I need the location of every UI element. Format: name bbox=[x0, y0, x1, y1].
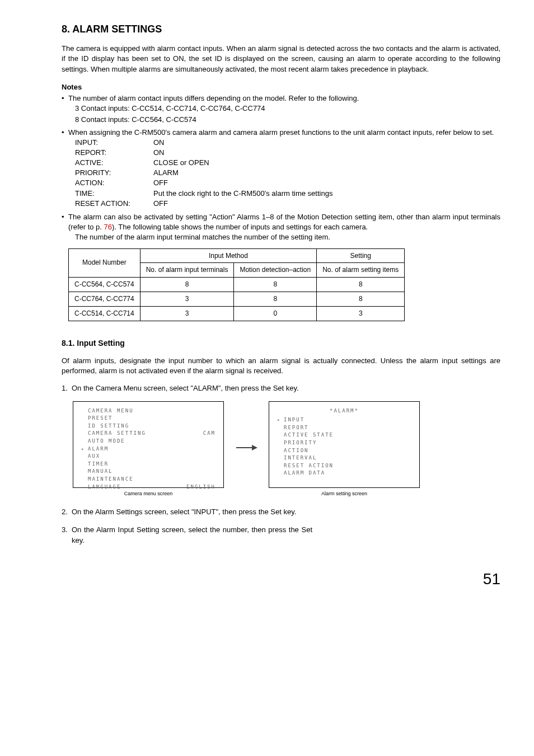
kv-val: ALARM bbox=[153, 168, 179, 178]
screen-caption: Alarm setting screen bbox=[321, 490, 367, 497]
menu-item: PRESET bbox=[88, 415, 113, 421]
kv-row: TIME:Put the clock right to the C-RM500'… bbox=[75, 189, 500, 199]
menu-item: MAINTENANCE bbox=[88, 476, 134, 482]
step-number: 3. bbox=[62, 525, 72, 545]
section-heading: 8.1. Input Setting bbox=[62, 338, 500, 349]
note-subline: The number of the alarm input terminal m… bbox=[75, 232, 500, 242]
menu-item: ALARM DATA bbox=[284, 470, 325, 476]
camera-menu-screen: CAMERA MENU PRESET ID SETTING CAMERA SET… bbox=[73, 401, 224, 488]
th-input-method: Input Method bbox=[140, 248, 316, 263]
step: 1. On the Camera Menu screen, select "AL… bbox=[62, 383, 500, 393]
th-setting: Setting bbox=[317, 248, 405, 263]
screen-caption: Camera menu screen bbox=[124, 490, 173, 497]
td: 8 bbox=[234, 292, 317, 306]
step: 2. On the Alarm Settings screen, select … bbox=[62, 507, 500, 517]
note-item: The alarm can also be activated by setti… bbox=[62, 212, 500, 243]
note-item: When assigning the C-RM500's camera alar… bbox=[62, 128, 500, 209]
step-text: On the Alarm Settings screen, select "IN… bbox=[72, 507, 500, 517]
td-model: C-CC514, C-CC714 bbox=[69, 306, 140, 321]
menu-item: INTERVAL bbox=[284, 455, 317, 461]
section-intro: Of alarm inputs, designate the input num… bbox=[62, 356, 500, 376]
menu-item: ACTION bbox=[284, 448, 309, 453]
th-col2: Motion detection–action bbox=[234, 263, 317, 278]
page-number: 51 bbox=[62, 568, 500, 590]
screen-title: *ALARM* bbox=[277, 407, 411, 415]
menu-item-selected: ALARM bbox=[88, 446, 109, 452]
menu-item: CAMERA SETTING bbox=[88, 430, 146, 436]
note-text: When assigning the C-RM500's camera alar… bbox=[68, 128, 494, 137]
step: 3. On the Alarm Input Setting screen, se… bbox=[62, 525, 500, 545]
menu-item: RESET ACTION bbox=[284, 463, 334, 468]
step-number: 1. bbox=[62, 383, 72, 393]
kv-key: ACTION: bbox=[75, 178, 153, 188]
menu-item: ACTIVE STATE bbox=[284, 432, 334, 438]
td: 3 bbox=[140, 292, 234, 306]
kv-row: INPUT:ON bbox=[75, 138, 500, 148]
menu-value: CAM bbox=[203, 430, 216, 437]
kv-key: TIME: bbox=[75, 189, 153, 199]
alarm-setting-screen: *ALARM* ▸INPUT REPORT ACTIVE STATE PRIOR… bbox=[269, 401, 420, 488]
notes-heading: Notes bbox=[62, 82, 500, 92]
th-model: Model Number bbox=[69, 248, 140, 278]
arrow-right-icon: ▸ bbox=[277, 416, 282, 424]
menu-item: AUX bbox=[88, 453, 100, 459]
step-text: On the Alarm Input Setting screen, selec… bbox=[72, 525, 312, 545]
td: 3 bbox=[140, 306, 234, 321]
step-text: On the Camera Menu screen, select "ALARM… bbox=[72, 383, 500, 393]
note-subline: 8 Contact inputs: C-CC564, C-CC574 bbox=[75, 115, 500, 125]
step-number: 2. bbox=[62, 507, 72, 517]
kv-val: OFF bbox=[153, 199, 168, 209]
screen-left-wrap: CAMERA MENU PRESET ID SETTING CAMERA SET… bbox=[73, 401, 224, 497]
notes-list: The number of alarm contact inputs diffe… bbox=[62, 93, 500, 243]
td-model: C-CC564, C-CC574 bbox=[69, 278, 140, 292]
table-row: C-CC514, C-CC714 3 0 3 bbox=[69, 306, 405, 321]
td: 8 bbox=[317, 292, 405, 306]
td-model: C-CC764, C-CC774 bbox=[69, 292, 140, 306]
page-ref: 76 bbox=[104, 223, 112, 231]
kv-row: REPORT:ON bbox=[75, 148, 500, 158]
note-subline: 3 Contact inputs: C-CC514, C-CC714, C-CC… bbox=[75, 104, 500, 114]
kv-key: INPUT: bbox=[75, 138, 153, 148]
td: 8 bbox=[317, 278, 405, 292]
kv-key: ACTIVE: bbox=[75, 158, 153, 168]
kv-val: CLOSE or OPEN bbox=[153, 158, 209, 168]
menu-item: ID SETTING bbox=[88, 423, 129, 429]
kv-row: RESET ACTION:OFF bbox=[75, 199, 500, 209]
note-text: ). The following table shows the number … bbox=[112, 223, 368, 231]
table-row: C-CC564, C-CC574 8 8 8 bbox=[69, 278, 405, 292]
menu-item: PRIORITY bbox=[284, 440, 317, 445]
intro-paragraph: The camera is equipped with alarm contac… bbox=[62, 44, 500, 74]
table-row: C-CC764, C-CC774 3 8 8 bbox=[69, 292, 405, 306]
arrow-right-icon: ▸ bbox=[81, 445, 86, 453]
kv-key: PRIORITY: bbox=[75, 168, 153, 178]
kv-val: ON bbox=[153, 138, 165, 148]
th-col3: No. of alarm setting items bbox=[317, 263, 405, 278]
note-item: The number of alarm contact inputs diffe… bbox=[62, 93, 500, 125]
screen-right-wrap: *ALARM* ▸INPUT REPORT ACTIVE STATE PRIOR… bbox=[269, 401, 420, 497]
menu-item-selected: INPUT bbox=[284, 417, 305, 422]
screen-title: CAMERA MENU bbox=[88, 408, 134, 414]
kv-row: ACTION:OFF bbox=[75, 178, 500, 188]
kv-val: ON bbox=[153, 148, 165, 158]
model-table: Model Number Input Method Setting No. of… bbox=[68, 248, 405, 321]
menu-item: REPORT bbox=[284, 425, 309, 430]
th-col1: No. of alarm input terminals bbox=[140, 263, 234, 278]
note-text: The number of alarm contact inputs diffe… bbox=[68, 94, 359, 102]
menu-item: MANUAL bbox=[88, 468, 113, 474]
td: 3 bbox=[317, 306, 405, 321]
arrow-right-icon bbox=[235, 444, 257, 454]
menu-item: AUTO MODE bbox=[88, 438, 125, 444]
screens-row: CAMERA MENU PRESET ID SETTING CAMERA SET… bbox=[73, 401, 500, 497]
menu-item: TIMER bbox=[88, 461, 109, 467]
kv-row: PRIORITY:ALARM bbox=[75, 168, 500, 178]
kv-key: RESET ACTION: bbox=[75, 199, 153, 209]
page-title: 8. ALARM SETTINGS bbox=[62, 22, 500, 36]
kv-val: Put the clock right to the C-RM500's ala… bbox=[153, 189, 332, 199]
kv-val: OFF bbox=[153, 178, 168, 188]
menu-item: LANGUAGE bbox=[88, 484, 121, 490]
kv-row: ACTIVE:CLOSE or OPEN bbox=[75, 158, 500, 168]
kv-table: INPUT:ON REPORT:ON ACTIVE:CLOSE or OPEN … bbox=[68, 138, 500, 209]
td: 8 bbox=[140, 278, 234, 292]
td: 8 bbox=[234, 278, 317, 292]
td: 0 bbox=[234, 306, 317, 321]
